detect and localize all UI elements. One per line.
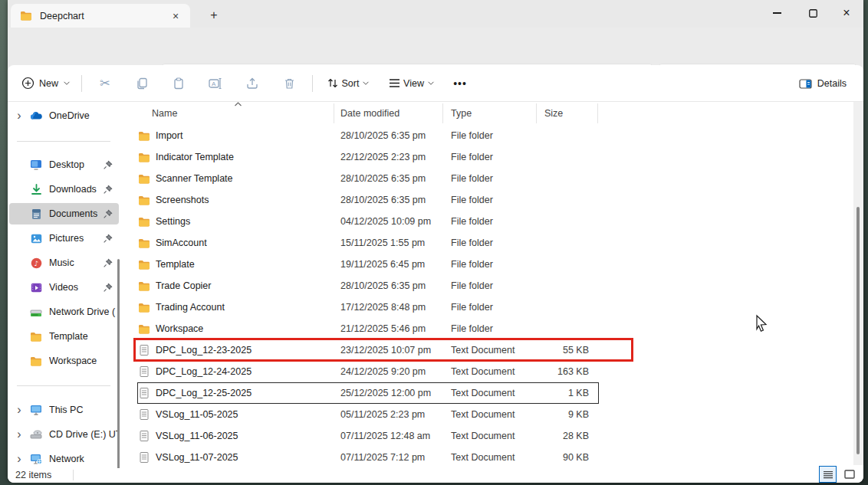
file-name: Trading Account (156, 302, 225, 313)
file-type: Text Document (443, 431, 537, 441)
table-row[interactable]: VSLog_11-05-2025 05/11/2025 2:23 pm Text… (127, 404, 863, 425)
pin-icon (103, 185, 113, 195)
icons-view-toggle[interactable] (840, 466, 858, 483)
expand-chevron-icon[interactable]: › (9, 403, 29, 417)
table-row[interactable]: Trading Account 17/12/2025 8:48 pm File … (127, 297, 863, 318)
sidebar-item-label: Desktop (49, 159, 103, 170)
details-button-label: Details (817, 78, 847, 89)
focus-rectangle (137, 382, 599, 404)
table-row[interactable]: Screenshots 28/10/2025 6:35 pm File fold… (127, 189, 863, 211)
sidebar-item-cd-drive[interactable]: › CD Drive (E:) UT (9, 424, 119, 445)
sidebar-item-music[interactable]: ♪ Music (9, 252, 119, 274)
sidebar-item-pictures[interactable]: Pictures (9, 228, 119, 249)
pin-icon (103, 234, 113, 244)
sidebar-item-desktop[interactable]: Desktop (9, 154, 119, 175)
folder-icon (138, 238, 150, 249)
network-icon (30, 454, 42, 464)
maximize-button[interactable] (796, 0, 830, 26)
column-header-type[interactable]: Type (443, 103, 537, 123)
table-row[interactable]: SimAccount 15/11/2025 1:55 pm File folde… (127, 232, 863, 254)
table-row[interactable]: VSLog_11-07-2025 07/11/2025 7:12 pm Text… (127, 447, 863, 468)
folder-icon (138, 152, 150, 163)
minimize-icon (773, 12, 781, 14)
cut-button[interactable]: ✂ (87, 70, 123, 97)
close-button[interactable]: × (830, 0, 863, 26)
paste-button[interactable] (160, 70, 197, 97)
sidebar-item-label: Network Drive ( (49, 306, 119, 317)
new-button[interactable]: New (15, 70, 77, 97)
file-date: 05/11/2025 2:23 pm (334, 409, 443, 420)
sort-button[interactable]: Sort (317, 70, 379, 97)
sidebar-item-this-pc[interactable]: › This PC (9, 399, 119, 421)
documents-icon (31, 208, 41, 220)
sidebar-item-label: CD Drive (E:) UT (49, 429, 119, 440)
sidebar-item-downloads[interactable]: Downloads (9, 179, 119, 200)
new-tab-button[interactable]: + (204, 6, 224, 25)
sidebar-item-videos[interactable]: Videos (9, 277, 119, 298)
table-row[interactable]: VSLog_11-06-2025 07/11/2025 12:48 am Tex… (127, 425, 863, 447)
text-document-icon (138, 430, 150, 442)
minimize-button[interactable] (760, 0, 794, 26)
vertical-scrollbar-thumb[interactable] (856, 207, 860, 454)
column-header-date-modified[interactable]: Date modified (334, 103, 443, 123)
expand-chevron-icon[interactable]: › (9, 109, 29, 123)
sidebar-item-label: Videos (49, 282, 103, 293)
sidebar-item-label: Network (49, 454, 119, 464)
expand-chevron-icon[interactable]: › (9, 428, 29, 441)
view-button[interactable]: View (379, 70, 445, 97)
chevron-down-icon (427, 80, 435, 87)
pin-icon (103, 209, 113, 219)
expand-chevron-icon[interactable]: › (9, 452, 29, 466)
more-options-button[interactable]: ••• (445, 70, 475, 97)
explorer-window: Deepchart × + × ← → ↑ › Documents › (8, 0, 863, 483)
file-type: File folder (443, 195, 537, 205)
pictures-icon (31, 234, 42, 244)
sidebar-item-documents[interactable]: Documents (9, 203, 119, 224)
file-name: Template (156, 259, 195, 270)
paste-icon (173, 77, 185, 90)
table-row[interactable]: Template 19/11/2025 6:45 pm File folder (127, 254, 863, 275)
folder-icon (138, 259, 150, 270)
sidebar-item-network-drive[interactable]: Network Drive ( (9, 301, 119, 323)
file-size: 90 KB (537, 452, 598, 463)
details-pane-button[interactable]: Details (793, 70, 853, 97)
copy-icon (136, 77, 148, 90)
tab-close-icon[interactable]: × (167, 8, 184, 25)
table-row[interactable]: Trade Copier 28/10/2025 6:35 pm File fol… (127, 275, 863, 297)
file-name: Import (156, 130, 182, 141)
table-row[interactable]: Workspace 21/12/2025 5:46 pm File folder (127, 318, 863, 339)
sidebar-item-label: Workspace (49, 356, 119, 366)
details-view-icon (823, 470, 833, 479)
share-button[interactable] (234, 70, 271, 97)
file-date: 17/12/2025 8:48 pm (334, 302, 443, 313)
column-header-name[interactable]: Name (127, 103, 334, 123)
details-view-toggle[interactable] (819, 466, 837, 483)
copy-button[interactable] (123, 70, 160, 97)
file-type: File folder (443, 216, 537, 227)
folder-icon (20, 10, 32, 21)
file-type: Text Document (443, 409, 537, 420)
sidebar-item-template[interactable]: Template (9, 326, 119, 347)
delete-button[interactable] (271, 70, 307, 97)
column-header-size[interactable]: Size (537, 103, 598, 123)
table-row[interactable]: Scanner Template 28/10/2025 6:35 pm File… (127, 168, 863, 189)
table-row[interactable]: DPC_Log_12-24-2025 24/12/2025 9:20 pm Te… (127, 361, 863, 382)
sidebar-scrollbar[interactable] (117, 259, 120, 483)
file-date: 24/12/2025 9:20 pm (334, 366, 443, 377)
table-row[interactable]: Import 28/10/2025 6:35 pm File folder (127, 125, 863, 146)
rename-icon: A (209, 77, 222, 90)
sidebar-item-label: Music (49, 257, 103, 268)
sidebar-item-onedrive[interactable]: › OneDrive (9, 105, 119, 126)
folder-icon (138, 173, 150, 185)
table-row[interactable]: Indicator Template 22/12/2025 2:23 pm Fi… (127, 146, 863, 168)
file-type: File folder (443, 323, 537, 334)
vertical-scrollbar[interactable] (853, 102, 863, 465)
explorer-tab[interactable]: Deepchart × (11, 4, 190, 28)
videos-icon (31, 283, 42, 293)
sidebar-item-workspace[interactable]: Workspace (9, 350, 119, 372)
network-drive-icon (30, 307, 42, 317)
table-row[interactable]: Settings 04/12/2025 10:09 pm File folder (127, 211, 863, 232)
navigation-sidebar: › OneDrive Desktop Downloads (8, 102, 127, 468)
sidebar-item-network[interactable]: › Network (9, 448, 119, 470)
rename-button[interactable]: A (197, 70, 234, 97)
